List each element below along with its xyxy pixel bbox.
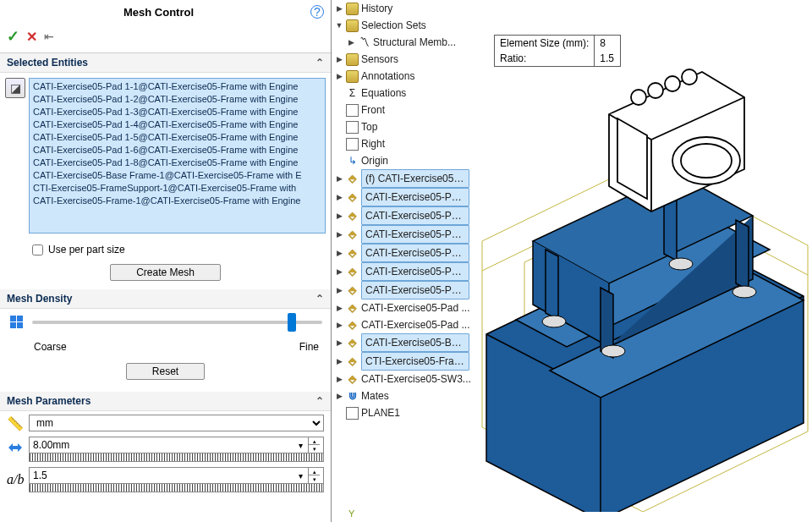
tree-item-structural[interactable]: Structural Memb... <box>373 34 456 51</box>
mesh-density-title: Mesh Density <box>7 293 72 305</box>
element-size-input[interactable]: 8.00mm ▾ ▴▾ <box>29 437 324 453</box>
ratio-ruler[interactable] <box>29 484 324 492</box>
selected-entity-item[interactable]: CATI-Exercise05-Pad 1-3@CATI-Exercise05-… <box>33 106 321 118</box>
use-per-part-checkbox[interactable] <box>32 245 43 256</box>
equations-icon: Σ <box>346 87 359 100</box>
collapse-icon[interactable]: ▼ <box>335 17 343 34</box>
selected-entity-item[interactable]: CATI-Exercise05-Pad 1-4@CATI-Exercise05-… <box>33 118 321 131</box>
pin-icon[interactable]: ⇤ <box>44 30 54 43</box>
chevron-down-icon[interactable]: ▾ <box>293 471 308 481</box>
ratio-spinner[interactable]: ▴▾ <box>308 468 320 483</box>
tree-item-component[interactable]: CATI-Exercise05-Pad ... <box>361 244 469 262</box>
chevron-down-icon[interactable]: ▾ <box>293 441 308 450</box>
expand-icon[interactable]: ▶ <box>335 226 343 243</box>
selected-entity-item[interactable]: CATI-Exercise05-Pad 1-2@CATI-Exercise05-… <box>33 93 321 106</box>
tree-item-mates[interactable]: Mates <box>361 387 389 404</box>
component-icon: ⬘ <box>346 266 359 278</box>
ratio-input[interactable]: 1.5 ▾ ▴▾ <box>29 467 324 484</box>
reset-button[interactable]: Reset <box>126 363 205 380</box>
model-canvas[interactable] <box>474 51 812 512</box>
expand-icon[interactable]: ▶ <box>347 34 355 51</box>
expand-icon[interactable]: ▶ <box>335 51 343 68</box>
ok-button[interactable]: ✓ <box>7 27 19 46</box>
expand-icon[interactable]: ▶ <box>335 170 343 187</box>
tree-item-component[interactable]: CATI-Exercise05-Pad ... <box>361 299 469 316</box>
expand-icon[interactable]: ▶ <box>335 316 343 333</box>
expand-icon[interactable]: ▶ <box>335 371 343 387</box>
selected-entity-item[interactable]: CATI-Exercise05-Pad 1-1@CATI-Exercise05-… <box>33 80 321 93</box>
component-icon: ⬘ <box>346 191 359 204</box>
component-selector-icon[interactable]: ◪ <box>5 78 25 98</box>
create-mesh-button[interactable]: Create Mesh <box>110 264 221 281</box>
tree-item-component[interactable]: (f) CATI-Exercise05-Fr... <box>361 169 469 188</box>
svg-point-10 <box>542 316 566 327</box>
graphics-viewport[interactable]: ▶History ▼Selection Sets ▶〽Structural Me… <box>332 0 812 522</box>
expand-icon[interactable]: ▶ <box>335 334 343 351</box>
tree-item-selection-sets[interactable]: Selection Sets <box>361 17 426 34</box>
component-icon: ⬘ <box>346 284 359 297</box>
element-size-ruler[interactable] <box>29 453 324 462</box>
element-size-label: Element Size (mm): <box>495 36 595 51</box>
cancel-button[interactable]: ✕ <box>26 29 37 45</box>
tree-item-component[interactable]: CATI-Exercise05-Pad ... <box>361 316 469 333</box>
coarse-label: Coarse <box>34 341 67 353</box>
mesh-parameters-header[interactable]: Mesh Parameters ⌃ <box>0 392 331 411</box>
tree-item-sensors[interactable]: Sensors <box>361 51 398 68</box>
expand-icon[interactable]: ▶ <box>335 0 343 17</box>
tree-item-component[interactable]: CTI-Exercise05-Frame... <box>361 352 469 371</box>
use-per-part-label: Use per part size <box>48 244 125 256</box>
selected-entities-list[interactable]: CATI-Exercise05-Pad 1-1@CATI-Exercise05-… <box>29 78 326 234</box>
density-slider-thumb[interactable] <box>288 313 296 332</box>
selected-entities-body: ◪ CATI-Exercise05-Pad 1-1@CATI-Exercise0… <box>0 73 331 239</box>
selected-entity-item[interactable]: CATI-Exercise05-Pad 1-8@CATI-Exercise05-… <box>33 157 321 169</box>
tree-item-top[interactable]: Top <box>361 118 377 135</box>
mesh-parameters-title: Mesh Parameters <box>7 395 91 407</box>
svg-point-7 <box>648 83 663 98</box>
expand-icon[interactable]: ▶ <box>335 189 343 206</box>
component-icon: ⬘ <box>346 173 359 185</box>
feature-tree[interactable]: ▶History ▼Selection Sets ▶〽Structural Me… <box>335 0 496 421</box>
tree-item-component[interactable]: CATI-Exercise05-SW3... <box>361 371 471 387</box>
mesh-density-header[interactable]: Mesh Density ⌃ <box>0 289 331 309</box>
expand-icon[interactable]: ▶ <box>335 353 343 370</box>
selected-entity-item[interactable]: CATI-Exercise05-Pad 1-5@CATI-Exercise05-… <box>33 131 321 144</box>
element-size-spinner[interactable]: ▴▾ <box>308 437 320 453</box>
units-select[interactable]: mm <box>29 415 324 431</box>
tree-item-component[interactable]: CATI-Exercise05-Pad ... <box>361 188 469 206</box>
density-slider[interactable] <box>32 321 322 324</box>
selected-entity-item[interactable]: CATI-Exercise05-Base Frame-1@CATI-Exerci… <box>33 169 321 182</box>
action-row: ✓ ✕ ⇤ <box>0 24 331 53</box>
tree-item-component[interactable]: CATI-Exercise05-Pad ... <box>361 262 469 281</box>
element-size-value: 8 <box>595 36 620 51</box>
tree-item-equations[interactable]: Equations <box>361 85 406 102</box>
svg-point-5 <box>681 144 732 178</box>
expand-icon[interactable]: ▶ <box>335 207 343 224</box>
svg-rect-3 <box>17 322 23 328</box>
tree-item-component[interactable]: CATI-Exercise05-Pad ... <box>361 281 469 299</box>
tree-item-component[interactable]: CATI-Exercise05-Base... <box>361 333 469 352</box>
expand-icon[interactable]: ▶ <box>335 299 343 316</box>
expand-icon[interactable]: ▶ <box>335 68 343 85</box>
selected-entity-item[interactable]: CATI-Exercise05-Frame-1@CATI-Exercise05-… <box>33 195 321 207</box>
tree-item-history[interactable]: History <box>361 0 392 17</box>
svg-rect-0 <box>10 316 16 321</box>
expand-icon[interactable]: ▶ <box>335 282 343 299</box>
tree-item-annotations[interactable]: Annotations <box>361 68 414 85</box>
tree-item-component[interactable]: CATI-Exercise05-Pad ... <box>361 225 469 244</box>
tree-item-component[interactable]: CATI-Exercise05-Pad ... <box>361 206 469 225</box>
help-icon[interactable]: ? <box>310 5 324 19</box>
selected-entities-header[interactable]: Selected Entities ⌃ <box>0 53 331 73</box>
component-icon: ⬘ <box>346 210 359 223</box>
expand-icon[interactable]: ▶ <box>335 263 343 280</box>
component-icon: ⬘ <box>346 373 359 386</box>
selected-entity-item[interactable]: CTI-Exercise05-FrameSupport-1@CATI-Exerc… <box>33 182 321 195</box>
tree-item-front[interactable]: Front <box>361 102 385 118</box>
tree-item-plane1[interactable]: PLANE1 <box>361 404 400 421</box>
expand-icon[interactable]: ▶ <box>335 387 343 404</box>
selected-entity-item[interactable]: CATI-Exercise05-Pad 1-6@CATI-Exercise05-… <box>33 144 321 157</box>
expand-icon[interactable]: ▶ <box>335 245 343 261</box>
tree-item-origin[interactable]: Origin <box>361 152 388 169</box>
svg-rect-1 <box>17 316 23 321</box>
tree-item-right[interactable]: Right <box>361 135 385 152</box>
component-icon: ⬘ <box>346 247 359 260</box>
